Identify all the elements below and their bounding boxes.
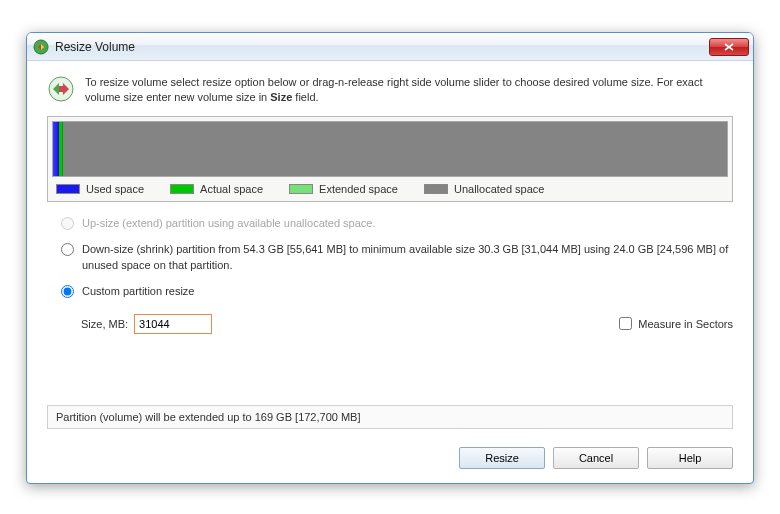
swatch-unallocated: [424, 184, 448, 194]
legend-used: Used space: [56, 183, 144, 195]
status-line: Partition (volume) will be extended up t…: [47, 405, 733, 429]
window-title: Resize Volume: [55, 40, 709, 54]
volume-visualization-box: Used space Actual space Extended space U…: [47, 116, 733, 202]
button-row: Resize Cancel Help: [27, 437, 753, 483]
radio-custom[interactable]: [61, 285, 74, 298]
size-label: Size, MB:: [81, 318, 128, 330]
legend-extended: Extended space: [289, 183, 398, 195]
measure-sectors-row[interactable]: Measure in Sectors: [619, 317, 733, 330]
cancel-button[interactable]: Cancel: [553, 447, 639, 469]
resize-button[interactable]: Resize: [459, 447, 545, 469]
dialog-content: To resize volume select resize option be…: [27, 61, 753, 437]
volume-slider[interactable]: [52, 121, 728, 177]
option-custom-row: Custom partition resize: [61, 284, 733, 300]
measure-sectors-label: Measure in Sectors: [638, 318, 733, 330]
radio-downsize-label[interactable]: Down-size (shrink) partition from 54.3 G…: [82, 242, 733, 274]
intro-block: To resize volume select resize option be…: [47, 75, 733, 106]
radio-upsize-label: Up-size (extend) partition using availab…: [82, 216, 376, 232]
resize-options: Up-size (extend) partition using availab…: [47, 216, 733, 334]
radio-custom-label[interactable]: Custom partition resize: [82, 284, 195, 300]
swatch-actual: [170, 184, 194, 194]
legend-actual: Actual space: [170, 183, 263, 195]
size-row: Size, MB: Measure in Sectors: [61, 314, 733, 334]
legend-unallocated: Unallocated space: [424, 183, 545, 195]
option-upsize-row: Up-size (extend) partition using availab…: [61, 216, 733, 232]
app-icon: [33, 39, 49, 55]
legend-row: Used space Actual space Extended space U…: [52, 177, 728, 197]
option-downsize-row: Down-size (shrink) partition from 54.3 G…: [61, 242, 733, 274]
resize-volume-dialog: Resize Volume To resize volume select re…: [26, 32, 754, 484]
swatch-used: [56, 184, 80, 194]
close-button[interactable]: [709, 38, 749, 56]
measure-sectors-checkbox[interactable]: [619, 317, 632, 330]
actual-space-segment: [59, 122, 63, 176]
swatch-extended: [289, 184, 313, 194]
titlebar: Resize Volume: [27, 33, 753, 61]
size-input[interactable]: [134, 314, 212, 334]
intro-text: To resize volume select resize option be…: [85, 75, 733, 106]
help-button[interactable]: Help: [647, 447, 733, 469]
radio-upsize: [61, 217, 74, 230]
resize-icon: [47, 75, 75, 103]
radio-downsize[interactable]: [61, 243, 74, 256]
